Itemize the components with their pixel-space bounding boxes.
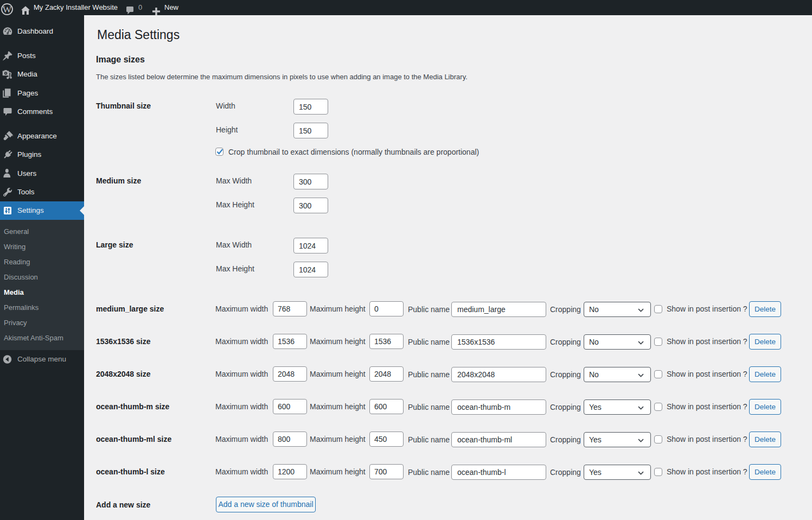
svg-text:W: W <box>3 4 12 15</box>
